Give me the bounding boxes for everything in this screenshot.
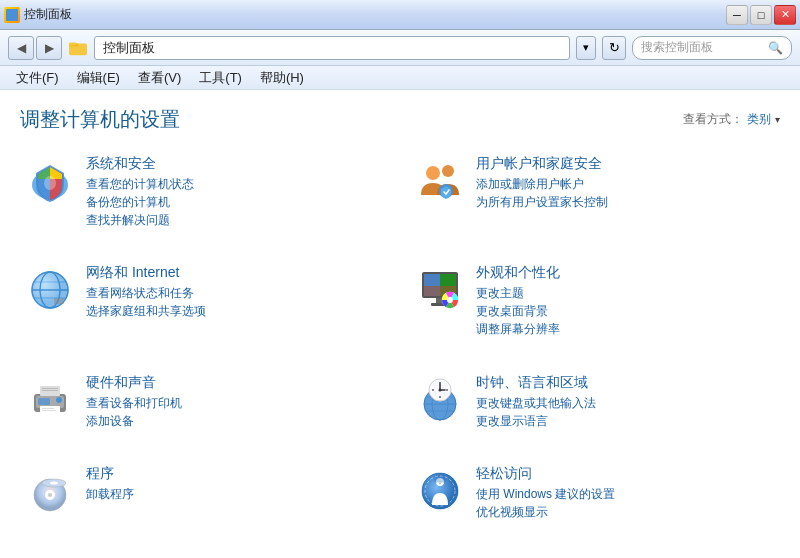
hardware-title[interactable]: 硬件和声音 (86, 374, 386, 392)
svg-point-7 (442, 165, 454, 177)
hardware-icon (24, 374, 76, 426)
category-user-accounts: 用户帐户和家庭安全 添加或删除用户帐户 为所有用户设置家长控制 (410, 149, 780, 250)
programs-text: 程序 卸载程序 (86, 465, 386, 503)
network-link-2[interactable]: 选择家庭组和共享选项 (86, 302, 386, 320)
appearance-text: 外观和个性化 更改主题 更改桌面背景 调整屏幕分辨率 (476, 264, 776, 338)
category-hardware: 硬件和声音 查看设备和打印机 添加设备 (20, 368, 390, 451)
system-security-link-1[interactable]: 查看您的计算机状态 (86, 175, 386, 193)
minimize-button[interactable]: ─ (726, 5, 748, 25)
svg-rect-3 (69, 42, 76, 45)
refresh-button[interactable]: ↻ (602, 36, 626, 60)
address-text: 控制面板 (103, 39, 155, 57)
page-title: 调整计算机的设置 (20, 106, 180, 133)
network-text: 网络和 Internet 查看网络状态和任务 选择家庭组和共享选项 (86, 264, 386, 320)
clock-title[interactable]: 时钟、语言和区域 (476, 374, 776, 392)
svg-point-53 (439, 388, 442, 391)
view-value-button[interactable]: 类别 (747, 111, 771, 128)
menu-view[interactable]: 查看(V) (130, 67, 189, 89)
svg-point-6 (426, 166, 440, 180)
window-title: 控制面板 (24, 6, 72, 23)
view-dropdown-icon: ▾ (775, 114, 780, 125)
content-area: 调整计算机的设置 查看方式： 类别 ▾ (0, 90, 800, 558)
menu-file[interactable]: 文件(F) (8, 67, 67, 89)
appearance-link-2[interactable]: 更改桌面背景 (476, 302, 776, 320)
system-security-icon (24, 155, 76, 207)
window-controls: ─ □ ✕ (726, 5, 796, 25)
ease-access-title[interactable]: 轻松访问 (476, 465, 776, 483)
ease-access-link-2[interactable]: 优化视频显示 (476, 503, 776, 521)
user-accounts-link-2[interactable]: 为所有用户设置家长控制 (476, 193, 776, 211)
nav-buttons: ◀ ▶ (8, 36, 62, 60)
system-security-title[interactable]: 系统和安全 (86, 155, 386, 173)
address-bar: ◀ ▶ 控制面板 ▾ ↻ 搜索控制面板 🔍 (0, 30, 800, 66)
svg-point-28 (447, 297, 453, 303)
user-accounts-link-1[interactable]: 添加或删除用户帐户 (476, 175, 776, 193)
appearance-title[interactable]: 外观和个性化 (476, 264, 776, 282)
programs-link-1[interactable]: 卸载程序 (86, 485, 386, 503)
network-link-1[interactable]: 查看网络状态和任务 (86, 284, 386, 302)
system-security-link-2[interactable]: 备份您的计算机 (86, 193, 386, 211)
view-mode: 查看方式： 类别 ▾ (683, 111, 780, 128)
maximize-button[interactable]: □ (750, 5, 772, 25)
system-security-text: 系统和安全 查看您的计算机状态 备份您的计算机 查找并解决问题 (86, 155, 386, 229)
close-button[interactable]: ✕ (774, 5, 796, 25)
programs-icon (24, 465, 76, 517)
svg-point-57 (48, 493, 52, 497)
user-accounts-icon (414, 155, 466, 207)
svg-rect-0 (6, 9, 18, 21)
address-dropdown-button[interactable]: ▾ (576, 36, 596, 60)
hardware-link-1[interactable]: 查看设备和打印机 (86, 394, 386, 412)
hardware-text: 硬件和声音 查看设备和打印机 添加设备 (86, 374, 386, 430)
svg-rect-32 (42, 388, 58, 389)
svg-point-60 (50, 481, 58, 484)
programs-title[interactable]: 程序 (86, 465, 386, 483)
svg-point-37 (56, 397, 62, 403)
menu-bar: 文件(F) 编辑(E) 查看(V) 工具(T) 帮助(H) (0, 66, 800, 90)
search-field[interactable]: 搜索控制面板 🔍 (632, 36, 792, 60)
clock-link-2[interactable]: 更改显示语言 (476, 412, 776, 430)
ease-access-link-1[interactable]: 使用 Windows 建议的设置 (476, 485, 776, 503)
appearance-link-3[interactable]: 调整屏幕分辨率 (476, 320, 776, 338)
back-button[interactable]: ◀ (8, 36, 34, 60)
search-placeholder: 搜索控制面板 (641, 39, 768, 56)
svg-rect-19 (54, 298, 64, 304)
category-appearance: 外观和个性化 更改主题 更改桌面背景 调整屏幕分辨率 (410, 258, 780, 359)
category-ease-access: 轻松访问 使用 Windows 建议的设置 优化视频显示 (410, 459, 780, 542)
appearance-link-1[interactable]: 更改主题 (476, 284, 776, 302)
categories-grid: 系统和安全 查看您的计算机状态 备份您的计算机 查找并解决问题 (20, 149, 780, 542)
clock-text: 时钟、语言和区域 更改键盘或其他输入法 更改显示语言 (476, 374, 776, 430)
ease-access-text: 轻松访问 使用 Windows 建议的设置 优化视频显示 (476, 465, 776, 521)
hardware-link-2[interactable]: 添加设备 (86, 412, 386, 430)
clock-link-1[interactable]: 更改键盘或其他输入法 (476, 394, 776, 412)
forward-button[interactable]: ▶ (36, 36, 62, 60)
category-network: 网络和 Internet 查看网络状态和任务 选择家庭组和共享选项 (20, 258, 390, 359)
svg-point-5 (44, 176, 56, 190)
svg-rect-38 (38, 398, 50, 405)
title-bar: 控制面板 ─ □ ✕ (0, 0, 800, 30)
ease-access-icon (414, 465, 466, 517)
svg-rect-36 (42, 410, 56, 411)
menu-help[interactable]: 帮助(H) (252, 67, 312, 89)
user-accounts-text: 用户帐户和家庭安全 添加或删除用户帐户 为所有用户设置家长控制 (476, 155, 776, 211)
category-clock: 时钟、语言和区域 更改键盘或其他输入法 更改显示语言 (410, 368, 780, 451)
category-programs: 程序 卸载程序 (20, 459, 390, 542)
app-icon (4, 7, 20, 23)
network-title[interactable]: 网络和 Internet (86, 264, 386, 282)
content-header: 调整计算机的设置 查看方式： 类别 ▾ (20, 106, 780, 133)
user-accounts-title[interactable]: 用户帐户和家庭安全 (476, 155, 776, 173)
system-security-link-3[interactable]: 查找并解决问题 (86, 211, 386, 229)
view-label: 查看方式： (683, 111, 743, 128)
menu-edit[interactable]: 编辑(E) (69, 67, 128, 89)
svg-rect-35 (42, 408, 54, 409)
network-icon (24, 264, 76, 316)
menu-tools[interactable]: 工具(T) (191, 67, 250, 89)
title-bar-left: 控制面板 (4, 6, 72, 23)
search-icon: 🔍 (768, 41, 783, 55)
appearance-icon (414, 264, 466, 316)
clock-icon (414, 374, 466, 426)
folder-icon (68, 38, 88, 58)
svg-rect-33 (42, 390, 58, 391)
category-system-security: 系统和安全 查看您的计算机状态 备份您的计算机 查找并解决问题 (20, 149, 390, 250)
address-field[interactable]: 控制面板 (94, 36, 570, 60)
